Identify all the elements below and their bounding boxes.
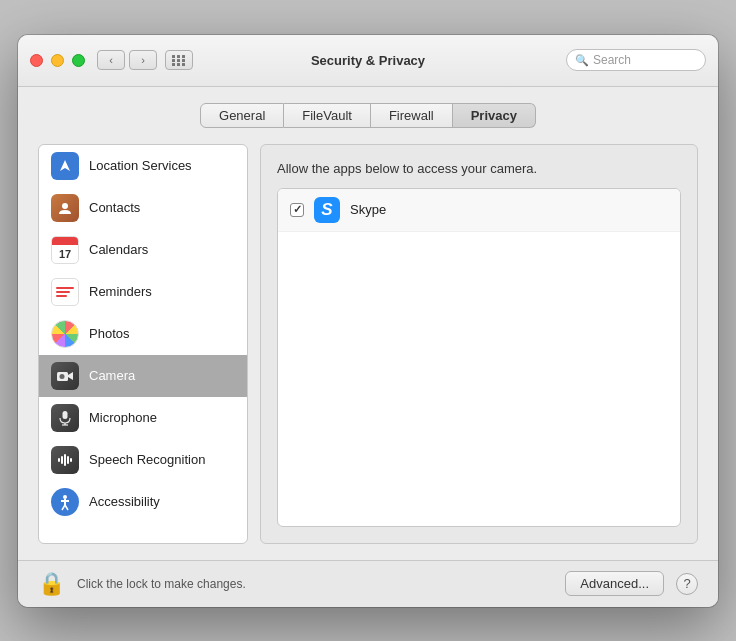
sidebar-label-reminders: Reminders bbox=[89, 284, 152, 299]
sidebar-item-calendars[interactable]: 17 Calendars bbox=[39, 229, 247, 271]
sidebar-label-location: Location Services bbox=[89, 158, 192, 173]
photos-icon bbox=[51, 320, 79, 348]
sidebar-label-accessibility: Accessibility bbox=[89, 494, 160, 509]
forward-button[interactable]: › bbox=[129, 50, 157, 70]
back-button[interactable]: ‹ bbox=[97, 50, 125, 70]
content-area: General FileVault Firewall Privacy Locat… bbox=[18, 87, 718, 560]
reminders-icon bbox=[51, 278, 79, 306]
search-icon: 🔍 bbox=[575, 54, 589, 67]
advanced-button[interactable]: Advanced... bbox=[565, 571, 664, 596]
panel-description: Allow the apps below to access your came… bbox=[277, 161, 681, 176]
camera-icon bbox=[51, 362, 79, 390]
sidebar-item-contacts[interactable]: Contacts bbox=[39, 187, 247, 229]
right-panel: Allow the apps below to access your came… bbox=[260, 144, 698, 544]
microphone-icon bbox=[51, 404, 79, 432]
sidebar-label-photos: Photos bbox=[89, 326, 129, 341]
sidebar-item-speech[interactable]: Speech Recognition bbox=[39, 439, 247, 481]
svg-point-8 bbox=[63, 495, 67, 499]
svg-rect-5 bbox=[63, 411, 68, 419]
skype-icon: S bbox=[314, 197, 340, 223]
tab-filevault[interactable]: FileVault bbox=[284, 103, 371, 128]
sidebar: Location Services Contacts bbox=[38, 144, 248, 544]
svg-marker-0 bbox=[60, 160, 70, 171]
nav-buttons: ‹ › bbox=[97, 50, 157, 70]
app-row-skype: ✓ S Skype bbox=[278, 189, 680, 232]
sidebar-item-microphone[interactable]: Microphone bbox=[39, 397, 247, 439]
sidebar-label-calendars: Calendars bbox=[89, 242, 148, 257]
grid-button[interactable] bbox=[165, 50, 193, 70]
svg-line-11 bbox=[62, 505, 65, 510]
traffic-lights bbox=[30, 54, 85, 67]
help-button[interactable]: ? bbox=[676, 573, 698, 595]
speech-icon bbox=[51, 446, 79, 474]
svg-point-1 bbox=[62, 203, 68, 209]
window-title: Security & Privacy bbox=[311, 53, 425, 68]
check-icon: ✓ bbox=[293, 203, 302, 216]
sidebar-item-reminders[interactable]: Reminders bbox=[39, 271, 247, 313]
accessibility-icon bbox=[51, 488, 79, 516]
main-area: Location Services Contacts bbox=[38, 144, 698, 544]
minimize-button[interactable] bbox=[51, 54, 64, 67]
sidebar-item-accessibility[interactable]: Accessibility bbox=[39, 481, 247, 523]
skype-checkbox[interactable]: ✓ bbox=[290, 203, 304, 217]
tab-firewall[interactable]: Firewall bbox=[371, 103, 453, 128]
close-button[interactable] bbox=[30, 54, 43, 67]
svg-line-12 bbox=[65, 505, 68, 510]
maximize-button[interactable] bbox=[72, 54, 85, 67]
sidebar-label-contacts: Contacts bbox=[89, 200, 140, 215]
search-box[interactable]: 🔍 Search bbox=[566, 49, 706, 71]
search-placeholder: Search bbox=[593, 53, 631, 67]
main-window: ‹ › Security & Privacy 🔍 Search General … bbox=[18, 35, 718, 607]
titlebar: ‹ › Security & Privacy 🔍 Search bbox=[18, 35, 718, 87]
lock-icon: 🔒 bbox=[38, 571, 65, 597]
skype-name: Skype bbox=[350, 202, 386, 217]
tabs-row: General FileVault Firewall Privacy bbox=[38, 103, 698, 128]
bottom-bar: 🔒 Click the lock to make changes. Advanc… bbox=[18, 560, 718, 607]
sidebar-item-camera[interactable]: Camera bbox=[39, 355, 247, 397]
tab-privacy[interactable]: Privacy bbox=[453, 103, 536, 128]
sidebar-item-photos[interactable]: Photos bbox=[39, 313, 247, 355]
contacts-icon bbox=[51, 194, 79, 222]
lock-label: Click the lock to make changes. bbox=[77, 577, 553, 591]
sidebar-item-location[interactable]: Location Services bbox=[39, 145, 247, 187]
sidebar-label-camera: Camera bbox=[89, 368, 135, 383]
svg-point-4 bbox=[60, 374, 65, 379]
sidebar-label-microphone: Microphone bbox=[89, 410, 157, 425]
tab-general[interactable]: General bbox=[200, 103, 284, 128]
calendars-icon: 17 bbox=[51, 236, 79, 264]
apps-list: ✓ S Skype bbox=[277, 188, 681, 527]
sidebar-label-speech: Speech Recognition bbox=[89, 452, 205, 467]
svg-marker-3 bbox=[68, 372, 73, 380]
location-icon bbox=[51, 152, 79, 180]
